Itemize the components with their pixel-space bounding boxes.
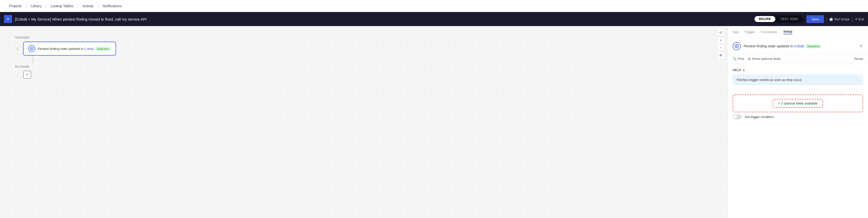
help-section: HELP ∧ Fetches trigger events as soon as…: [733, 68, 863, 85]
nav-library[interactable]: Library: [27, 0, 46, 12]
trigger-condition-label: Set trigger condition: [745, 115, 774, 119]
crumb-connection[interactable]: Connection: [761, 30, 777, 34]
help-header[interactable]: HELP ∧: [733, 68, 863, 72]
trigger-node[interactable]: Pentest finding state updated in CobaltR…: [23, 42, 116, 56]
panel-cobalt-link[interactable]: Cobalt: [794, 44, 804, 48]
panel-title: Pentest finding state updated in CobaltR…: [744, 44, 856, 48]
cobalt-icon: [30, 47, 34, 50]
help-label: HELP: [733, 68, 741, 72]
help-text: Fetches trigger events as soon as they o…: [737, 78, 802, 82]
panel-toolbar: 🔍 Find ⊕ Show optional fields Reset: [727, 54, 868, 63]
recipe-bar: ≡ [Cobalt > My Service] When pentest fin…: [0, 12, 868, 26]
exit-button[interactable]: ✕ Exit: [855, 17, 864, 21]
trigger-node-icon: [28, 45, 35, 52]
search-icon: 🔍: [733, 57, 737, 61]
crumb-app[interactable]: App: [733, 30, 738, 34]
canvas-controls: ↺ + − ⊕: [717, 29, 724, 59]
panel-realtime-badge: Real-time: [806, 44, 822, 48]
right-panel: App → Trigger → Connection → Setup Pente…: [727, 26, 868, 218]
help-box: Fetches trigger events as soon as they o…: [733, 74, 863, 85]
nav-notifications[interactable]: Notifications: [98, 0, 126, 12]
panel-node-icon: [733, 42, 741, 50]
crumb-arrow-2: →: [756, 30, 759, 34]
action-divider-2: |: [852, 16, 853, 22]
show-optional-fields-button[interactable]: ⊕ Show optional fields: [748, 57, 781, 61]
optional-fields-dashed-box: + 2 optional fields available: [733, 95, 863, 112]
node-number: 1: [15, 47, 20, 50]
action-divider: |: [826, 16, 827, 22]
trigger-cobalt-link[interactable]: Cobalt: [84, 47, 94, 50]
help-collapse-icon: ∧: [743, 68, 745, 72]
canvas-zoom-in-btn[interactable]: +: [717, 37, 724, 44]
crumb-trigger[interactable]: Trigger: [744, 30, 755, 34]
toggle-knob: [733, 115, 737, 119]
recipe-actions: Save | ⬤ Test recipe | ✕ Exit: [806, 15, 864, 23]
nav-projects[interactable]: Projects: [5, 0, 26, 12]
add-action-button[interactable]: +: [23, 71, 31, 79]
optional-fields-icon: ⊕: [748, 57, 751, 61]
crumb-arrow-3: →: [779, 30, 782, 34]
recipe-title: [Cobalt > My Service] When pentest findi…: [15, 17, 751, 21]
flow-connector: [33, 56, 33, 63]
section-divider: [733, 90, 863, 90]
canvas-refresh-btn[interactable]: ↺: [717, 29, 724, 36]
crumb-setup[interactable]: Setup: [783, 30, 793, 34]
actions-section: ACTIONS +: [15, 65, 712, 79]
top-nav: Projects | Library | Lookup Tables | Act…: [0, 0, 868, 12]
panel-header: Pentest finding state updated in CobaltR…: [727, 38, 868, 54]
nav-lookup-tables[interactable]: Lookup Tables: [47, 0, 78, 12]
recipe-canvas[interactable]: ↺ + − ⊕ TRIGGER 1 Pentest finding state: [0, 26, 727, 218]
realtime-badge: Real-time: [95, 47, 111, 51]
nav-activity[interactable]: Activity: [79, 0, 97, 12]
svg-point-1: [31, 48, 32, 49]
trigger-condition-toggle[interactable]: [733, 114, 742, 119]
test-jobs-toggle-btn[interactable]: TEST JOBS: [776, 16, 803, 22]
optional-fields-button[interactable]: + 2 optional fields available: [773, 99, 823, 108]
trigger-condition-row: Set trigger condition: [733, 114, 863, 119]
recipe-toggle-btn[interactable]: RECIPE: [754, 16, 776, 22]
svg-point-3: [736, 46, 737, 47]
trigger-node-row: 1 Pentest finding state updated in Cobal…: [15, 42, 712, 56]
save-button[interactable]: Save: [806, 15, 824, 23]
find-button[interactable]: 🔍 Find: [733, 57, 744, 61]
panel-body: HELP ∧ Fetches trigger events as soon as…: [727, 63, 868, 218]
main-content: ↺ + − ⊕ TRIGGER 1 Pentest finding state: [0, 26, 868, 218]
actions-label: ACTIONS: [15, 65, 712, 68]
panel-breadcrumb: App → Trigger → Connection → Setup: [727, 26, 868, 38]
canvas-zoom-out-btn[interactable]: −: [717, 44, 724, 51]
canvas-fit-btn[interactable]: ⊕: [717, 51, 724, 59]
reset-button[interactable]: Reset: [855, 57, 863, 61]
trigger-label: TRIGGER: [15, 36, 712, 39]
crumb-arrow-1: →: [740, 30, 743, 34]
test-recipe-button[interactable]: ⬤ Test recipe: [829, 17, 850, 21]
trigger-node-text: Pentest finding state updated in CobaltR…: [38, 47, 111, 50]
recipe-icon: ≡: [4, 15, 12, 23]
panel-close-button[interactable]: ✕: [859, 43, 863, 49]
panel-cobalt-icon: [734, 44, 739, 48]
flow-container: TRIGGER 1 Pentest finding state updated …: [0, 26, 727, 89]
view-toggle-group: RECIPE TEST JOBS: [754, 15, 804, 23]
